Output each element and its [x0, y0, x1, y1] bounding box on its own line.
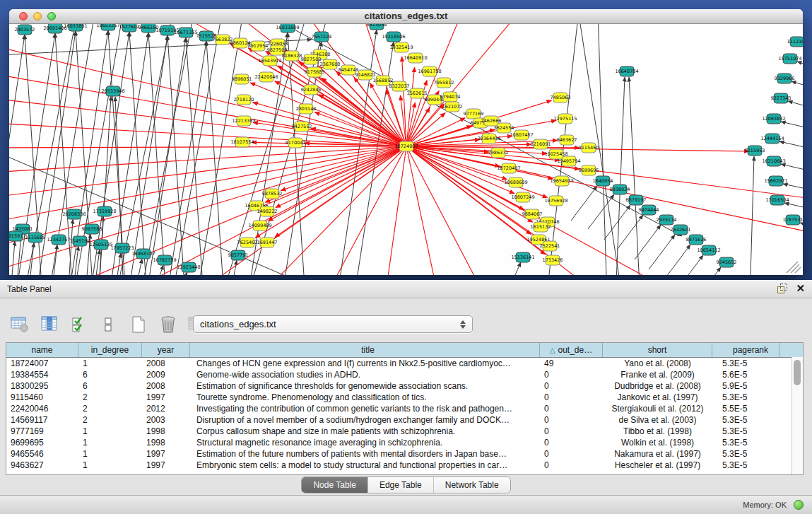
status-bar: Memory: OK [0, 495, 812, 514]
select-all-button[interactable] [69, 315, 89, 334]
table-body: 1872400712008Changes of HCN gene express… [6, 358, 803, 471]
node-label: 7625402 [237, 240, 258, 245]
citation-edge [571, 186, 597, 221]
table-cell: 2008 [142, 358, 190, 369]
window-close-button[interactable] [19, 12, 28, 21]
column-header-year[interactable]: year [142, 343, 190, 357]
node-label: 9827508 [267, 47, 288, 53]
node-label: 6794074 [440, 94, 461, 100]
node-label: 15218506 [382, 34, 405, 40]
node-label: 5878532 [262, 191, 283, 197]
node-label: 7955812 [434, 80, 454, 86]
table-cell: 18300295 [6, 380, 78, 392]
column-header-out-degree[interactable]: △out_de… [540, 343, 603, 357]
table-cell: de Silva et al. (2003) [603, 414, 712, 426]
node-label: 16210643 [762, 158, 785, 164]
table-cell: 0 [540, 448, 603, 460]
tab-network-table[interactable]: Network Table [433, 477, 510, 493]
table-row[interactable]: 977716911998Corpus callosum shape and si… [6, 426, 803, 437]
node-label: 1568852 [373, 78, 394, 83]
node-label: 15751074 [778, 56, 801, 62]
node-label: 16033809 [276, 25, 299, 30]
column-header-short[interactable]: short [603, 343, 712, 357]
table-row[interactable]: 1938455462009Genome-wide association stu… [6, 369, 803, 380]
table-cell: 1998 [142, 426, 190, 437]
node-table: name in_degree year title △out_de… short… [6, 342, 804, 475]
table-source-select[interactable]: citations_edges.txt [193, 315, 473, 333]
column-header-pagerank[interactable]: pagerank [712, 343, 779, 357]
table-cell: 0 [540, 437, 603, 448]
window-minimize-button[interactable] [33, 12, 42, 21]
table-cell: Jankovic et al. (1997) [603, 392, 712, 403]
node-label: 9146821 [355, 72, 376, 78]
node-label: 8912954 [248, 43, 269, 49]
highlighted-edge [276, 146, 406, 207]
citation-edge [664, 245, 690, 275]
memory-status-label: Memory: OK [743, 501, 787, 509]
column-header-name[interactable]: name [6, 343, 78, 357]
table-row[interactable]: 911546021997Tourette syndrome. Phenomeno… [6, 392, 803, 403]
citation-edge [677, 255, 703, 275]
network-canvas[interactable]: 7663822886012489129542226058165439129827… [9, 24, 803, 275]
citation-edge [147, 37, 186, 275]
scrollbar-thumb[interactable] [794, 360, 801, 385]
node-label: 1527602 [119, 24, 140, 30]
table-cell: 0 [540, 380, 603, 392]
table-cell: 1997 [142, 392, 190, 403]
float-panel-icon[interactable] [777, 284, 787, 293]
node-label: 17016504 [765, 197, 789, 203]
citation-edge [800, 223, 803, 233]
vertical-scrollbar[interactable] [792, 357, 803, 474]
table-cell: 5.6E-5 [712, 369, 779, 380]
close-panel-icon[interactable]: ✕ [796, 284, 805, 293]
table-settings-button[interactable] [10, 315, 30, 334]
table-cell: Nakamura et al. (1997) [603, 448, 712, 460]
delete-column-button[interactable] [158, 315, 178, 334]
node-label: 1733426 [543, 257, 563, 263]
table-cell: Franke et al. (2009) [603, 369, 712, 380]
highlighted-edge [9, 146, 406, 271]
node-label: 8216091 [531, 141, 551, 147]
node-label: 9097588 [82, 226, 102, 232]
citation-edge [783, 184, 803, 194]
clear-selection-button[interactable] [99, 315, 119, 334]
node-label: 12923448 [177, 264, 200, 270]
select-column-button[interactable] [40, 315, 59, 334]
node-label: 1562615 [407, 90, 428, 96]
resize-grip[interactable] [787, 262, 801, 273]
table-row[interactable]: 946554611997Estimation of the future num… [6, 448, 803, 460]
citation-edge [184, 272, 187, 275]
node-label: 10807487 [510, 132, 533, 138]
window-titlebar[interactable]: citations_edges.txt [9, 9, 803, 24]
column-header-in-degree[interactable]: in_degree [78, 343, 142, 357]
node-label: 1615132 [531, 224, 551, 230]
node-label: 2522541 [540, 243, 560, 249]
table-row[interactable]: 2242004622012Investigating the contribut… [6, 403, 803, 414]
citation-edge [139, 259, 142, 275]
table-cell: 9465546 [6, 448, 78, 460]
window-zoom-button[interactable] [47, 12, 56, 21]
tab-node-table[interactable]: Node Table [302, 477, 367, 493]
node-label: 2803144 [296, 106, 317, 112]
table-row[interactable]: 1830029562008Estimation of significance … [6, 380, 803, 392]
node-label: 8215953 [745, 148, 765, 153]
node-label: 9884067 [522, 211, 543, 217]
column-header-title[interactable]: title [190, 343, 540, 357]
sort-ascending-icon: △ [550, 346, 555, 354]
node-label: 2367608 [320, 62, 341, 67]
network-view-window: citations_edges.txt 7663822886012489 [9, 9, 803, 275]
citation-edge [788, 101, 803, 112]
node-label: 9777169 [464, 111, 484, 117]
table-mode-tabs: Node TableEdge TableNetwork Table [301, 477, 510, 493]
table-cell: 6 [78, 380, 142, 392]
node-label: 9463627 [557, 137, 577, 143]
tab-edge-table[interactable]: Edge Table [367, 477, 433, 493]
new-column-button[interactable] [129, 315, 148, 334]
table-row[interactable]: 1456911722003Disruption of a novel membe… [6, 414, 803, 426]
node-label: 9242845 [301, 87, 322, 93]
table-row[interactable]: 946362711997Embryonic stem cells: a mode… [6, 460, 803, 471]
table-cell: 0 [540, 460, 603, 471]
table-row[interactable]: 969969511998Structural magnetic resonanc… [6, 437, 803, 448]
table-row[interactable]: 1872400712008Changes of HCN gene express… [6, 358, 803, 369]
window-title: citations_edges.txt [9, 9, 803, 23]
